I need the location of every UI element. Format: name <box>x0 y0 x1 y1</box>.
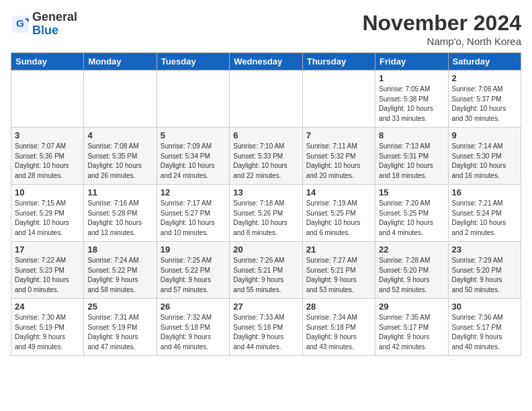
calendar-cell: 26Sunrise: 7:32 AM Sunset: 5:18 PM Dayli… <box>157 299 229 356</box>
calendar-cell: 23Sunrise: 7:29 AM Sunset: 5:20 PM Dayli… <box>448 242 521 299</box>
day-number: 11 <box>87 187 152 197</box>
day-number: 19 <box>161 244 226 255</box>
page-header: G General Blue November 2024 Namp'o, Nor… <box>11 11 521 47</box>
day-info: Sunrise: 7:06 AM Sunset: 5:37 PM Dayligh… <box>452 85 517 124</box>
day-number: 16 <box>452 187 517 197</box>
day-info: Sunrise: 7:20 AM Sunset: 5:25 PM Dayligh… <box>379 199 444 238</box>
day-info: Sunrise: 7:07 AM Sunset: 5:36 PM Dayligh… <box>15 142 80 181</box>
calendar-cell: 28Sunrise: 7:34 AM Sunset: 5:18 PM Dayli… <box>302 299 375 356</box>
day-number: 26 <box>161 302 226 312</box>
calendar-cell: 9Sunrise: 7:14 AM Sunset: 5:30 PM Daylig… <box>448 128 521 185</box>
calendar-cell: 22Sunrise: 7:28 AM Sunset: 5:20 PM Dayli… <box>375 242 448 299</box>
day-number: 1 <box>379 73 444 83</box>
calendar-cell: 7Sunrise: 7:11 AM Sunset: 5:32 PM Daylig… <box>302 128 375 185</box>
day-info: Sunrise: 7:24 AM Sunset: 5:22 PM Dayligh… <box>87 256 152 295</box>
day-number: 21 <box>306 244 371 255</box>
day-number: 22 <box>379 244 444 255</box>
day-number: 4 <box>87 130 152 140</box>
calendar-table: SundayMondayTuesdayWednesdayThursdayFrid… <box>11 52 521 356</box>
calendar-title: November 2024 <box>362 11 521 36</box>
day-number: 3 <box>15 130 80 140</box>
logo: G General Blue <box>11 11 77 38</box>
calendar-cell: 8Sunrise: 7:13 AM Sunset: 5:31 PM Daylig… <box>375 128 448 185</box>
calendar-cell: 17Sunrise: 7:22 AM Sunset: 5:23 PM Dayli… <box>11 242 84 299</box>
day-number: 30 <box>452 302 517 312</box>
svg-text:G: G <box>16 17 24 29</box>
calendar-cell: 11Sunrise: 7:16 AM Sunset: 5:28 PM Dayli… <box>84 185 157 242</box>
day-number: 24 <box>15 302 80 312</box>
day-number: 14 <box>306 187 371 197</box>
calendar-cell: 13Sunrise: 7:18 AM Sunset: 5:26 PM Dayli… <box>230 185 302 242</box>
logo-icon: G <box>11 15 30 34</box>
day-number: 8 <box>379 130 444 140</box>
day-number: 5 <box>161 130 226 140</box>
logo-general-text: General <box>32 10 77 24</box>
day-header-sunday: Sunday <box>11 53 84 71</box>
day-header-thursday: Thursday <box>302 53 375 71</box>
title-block: November 2024 Namp'o, North Korea <box>362 11 521 47</box>
calendar-cell <box>157 71 229 128</box>
day-info: Sunrise: 7:14 AM Sunset: 5:30 PM Dayligh… <box>452 142 517 181</box>
day-number: 23 <box>452 244 517 255</box>
day-info: Sunrise: 7:18 AM Sunset: 5:26 PM Dayligh… <box>233 199 298 238</box>
calendar-cell: 3Sunrise: 7:07 AM Sunset: 5:36 PM Daylig… <box>11 128 84 185</box>
day-header-monday: Monday <box>84 53 157 71</box>
calendar-cell <box>11 71 84 128</box>
week-row-2: 3Sunrise: 7:07 AM Sunset: 5:36 PM Daylig… <box>11 128 521 185</box>
day-info: Sunrise: 7:28 AM Sunset: 5:20 PM Dayligh… <box>379 256 444 295</box>
day-info: Sunrise: 7:32 AM Sunset: 5:18 PM Dayligh… <box>161 313 226 352</box>
day-info: Sunrise: 7:29 AM Sunset: 5:20 PM Dayligh… <box>452 256 517 295</box>
day-info: Sunrise: 7:17 AM Sunset: 5:27 PM Dayligh… <box>161 199 226 238</box>
calendar-cell: 5Sunrise: 7:09 AM Sunset: 5:34 PM Daylig… <box>157 128 229 185</box>
day-number: 12 <box>161 187 226 197</box>
day-info: Sunrise: 7:19 AM Sunset: 5:25 PM Dayligh… <box>306 199 371 238</box>
day-info: Sunrise: 7:25 AM Sunset: 5:22 PM Dayligh… <box>161 256 226 295</box>
day-info: Sunrise: 7:36 AM Sunset: 5:17 PM Dayligh… <box>452 313 517 352</box>
calendar-cell: 18Sunrise: 7:24 AM Sunset: 5:22 PM Dayli… <box>84 242 157 299</box>
calendar-subtitle: Namp'o, North Korea <box>362 36 521 47</box>
day-info: Sunrise: 7:31 AM Sunset: 5:19 PM Dayligh… <box>87 313 152 352</box>
day-info: Sunrise: 7:34 AM Sunset: 5:18 PM Dayligh… <box>306 313 371 352</box>
calendar-cell: 14Sunrise: 7:19 AM Sunset: 5:25 PM Dayli… <box>302 185 375 242</box>
calendar-cell: 15Sunrise: 7:20 AM Sunset: 5:25 PM Dayli… <box>375 185 448 242</box>
calendar-cell <box>84 71 157 128</box>
calendar-cell: 12Sunrise: 7:17 AM Sunset: 5:27 PM Dayli… <box>157 185 229 242</box>
day-info: Sunrise: 7:13 AM Sunset: 5:31 PM Dayligh… <box>379 142 444 181</box>
day-info: Sunrise: 7:16 AM Sunset: 5:28 PM Dayligh… <box>87 199 152 238</box>
calendar-cell: 20Sunrise: 7:26 AM Sunset: 5:21 PM Dayli… <box>230 242 302 299</box>
week-row-5: 24Sunrise: 7:30 AM Sunset: 5:19 PM Dayli… <box>11 299 521 356</box>
day-info: Sunrise: 7:09 AM Sunset: 5:34 PM Dayligh… <box>161 142 226 181</box>
calendar-body: 1Sunrise: 7:05 AM Sunset: 5:38 PM Daylig… <box>11 71 521 356</box>
day-header-wednesday: Wednesday <box>230 53 302 71</box>
day-number: 6 <box>233 130 298 140</box>
day-info: Sunrise: 7:08 AM Sunset: 5:35 PM Dayligh… <box>87 142 152 181</box>
day-number: 18 <box>87 244 152 255</box>
header-row: SundayMondayTuesdayWednesdayThursdayFrid… <box>11 53 521 71</box>
calendar-cell: 29Sunrise: 7:35 AM Sunset: 5:17 PM Dayli… <box>375 299 448 356</box>
calendar-cell: 6Sunrise: 7:10 AM Sunset: 5:33 PM Daylig… <box>230 128 302 185</box>
day-info: Sunrise: 7:33 AM Sunset: 5:18 PM Dayligh… <box>233 313 298 352</box>
day-number: 7 <box>306 130 371 140</box>
day-info: Sunrise: 7:11 AM Sunset: 5:32 PM Dayligh… <box>306 142 371 181</box>
day-number: 29 <box>379 302 444 312</box>
calendar-cell <box>302 71 375 128</box>
calendar-header: SundayMondayTuesdayWednesdayThursdayFrid… <box>11 53 521 71</box>
calendar-cell: 10Sunrise: 7:15 AM Sunset: 5:29 PM Dayli… <box>11 185 84 242</box>
week-row-4: 17Sunrise: 7:22 AM Sunset: 5:23 PM Dayli… <box>11 242 521 299</box>
calendar-cell: 25Sunrise: 7:31 AM Sunset: 5:19 PM Dayli… <box>84 299 157 356</box>
day-info: Sunrise: 7:10 AM Sunset: 5:33 PM Dayligh… <box>233 142 298 181</box>
calendar-cell: 27Sunrise: 7:33 AM Sunset: 5:18 PM Dayli… <box>230 299 302 356</box>
day-info: Sunrise: 7:21 AM Sunset: 5:24 PM Dayligh… <box>452 199 517 238</box>
calendar-cell: 30Sunrise: 7:36 AM Sunset: 5:17 PM Dayli… <box>448 299 521 356</box>
day-number: 28 <box>306 302 371 312</box>
calendar-cell: 1Sunrise: 7:05 AM Sunset: 5:38 PM Daylig… <box>375 71 448 128</box>
day-info: Sunrise: 7:27 AM Sunset: 5:21 PM Dayligh… <box>306 256 371 295</box>
day-info: Sunrise: 7:22 AM Sunset: 5:23 PM Dayligh… <box>15 256 80 295</box>
day-number: 2 <box>452 73 517 83</box>
day-number: 25 <box>87 302 152 312</box>
day-header-friday: Friday <box>375 53 448 71</box>
day-number: 13 <box>233 187 298 197</box>
day-info: Sunrise: 7:05 AM Sunset: 5:38 PM Dayligh… <box>379 85 444 124</box>
week-row-1: 1Sunrise: 7:05 AM Sunset: 5:38 PM Daylig… <box>11 71 521 128</box>
day-info: Sunrise: 7:35 AM Sunset: 5:17 PM Dayligh… <box>379 313 444 352</box>
